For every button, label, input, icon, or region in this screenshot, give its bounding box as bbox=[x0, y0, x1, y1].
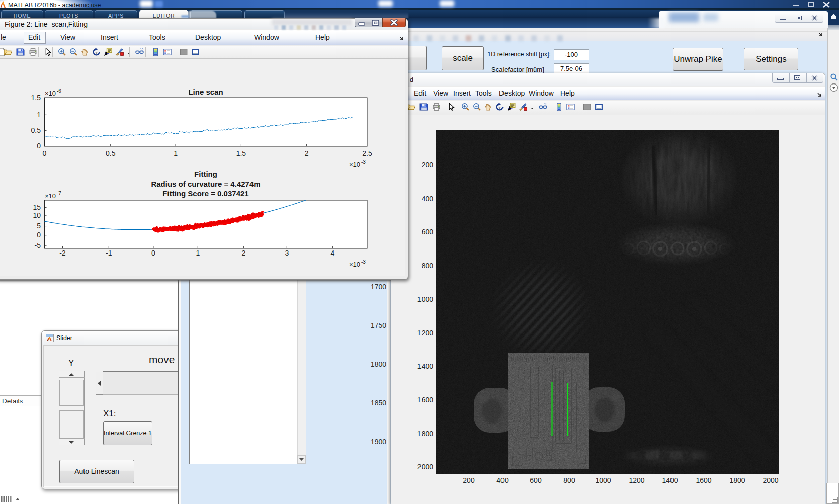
svg-text:Fitting: Fitting bbox=[194, 170, 217, 178]
svg-text:-3: -3 bbox=[361, 159, 366, 165]
svg-text:1: 1 bbox=[196, 249, 200, 257]
svg-text:×10: ×10 bbox=[349, 261, 360, 268]
svg-text:1.5: 1.5 bbox=[31, 94, 41, 102]
svg-text:5: 5 bbox=[37, 222, 41, 230]
svg-text:0: 0 bbox=[37, 142, 41, 150]
svg-text:-2: -2 bbox=[59, 249, 66, 257]
svg-text:-1: -1 bbox=[106, 249, 112, 257]
svg-text:0.5: 0.5 bbox=[106, 149, 116, 157]
svg-text:Fitting Score = 0.037421: Fitting Score = 0.037421 bbox=[162, 189, 248, 198]
svg-text:1.5: 1.5 bbox=[236, 149, 246, 157]
svg-text:0: 0 bbox=[37, 231, 41, 239]
svg-text:0: 0 bbox=[151, 249, 155, 257]
svg-text:-7: -7 bbox=[57, 191, 61, 196]
svg-text:10: 10 bbox=[33, 211, 41, 219]
svg-text:4: 4 bbox=[330, 249, 334, 257]
svg-text:×10: ×10 bbox=[45, 192, 56, 200]
svg-text:Radius of curvature = 4.4274m: Radius of curvature = 4.4274m bbox=[151, 180, 260, 188]
svg-text:2.5: 2.5 bbox=[362, 149, 372, 157]
svg-text:0.5: 0.5 bbox=[31, 126, 41, 134]
svg-text:×10: ×10 bbox=[349, 161, 360, 169]
svg-text:1: 1 bbox=[37, 111, 41, 119]
svg-text:-5: -5 bbox=[35, 241, 41, 249]
svg-text:0: 0 bbox=[43, 149, 47, 157]
svg-text:15: 15 bbox=[33, 203, 41, 211]
svg-text:1: 1 bbox=[174, 149, 178, 157]
svg-text:3: 3 bbox=[285, 249, 289, 257]
svg-text:Line scan: Line scan bbox=[188, 88, 223, 96]
svg-text:2: 2 bbox=[241, 249, 245, 257]
svg-text:2: 2 bbox=[305, 149, 309, 157]
svg-text:-3: -3 bbox=[361, 259, 366, 265]
svg-text:-6: -6 bbox=[57, 88, 61, 94]
svg-text:×10: ×10 bbox=[45, 90, 56, 97]
